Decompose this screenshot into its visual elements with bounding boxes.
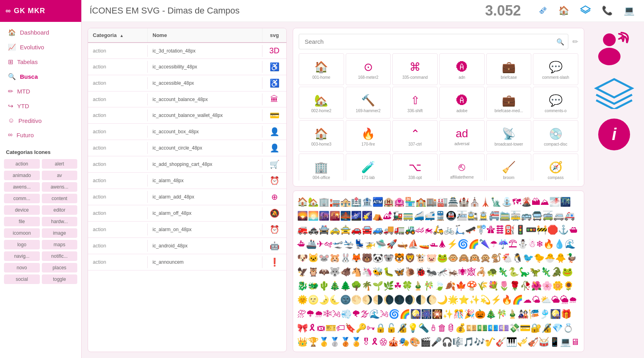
phone-icon[interactable]: 📞 (602, 6, 613, 16)
home-top-icon[interactable]: 🏠 (558, 6, 569, 16)
layers-icon[interactable] (580, 5, 591, 16)
icon-cell[interactable]: ⊙ 168-meter2 (346, 53, 391, 85)
cell-label: briefcase (501, 75, 517, 80)
laptop-icon[interactable]: 💻 (624, 6, 634, 16)
cat-av[interactable]: av (42, 171, 78, 180)
td-categoria: action (88, 109, 148, 121)
cat-file[interactable]: file (4, 217, 40, 226)
table-header: Categoria ▲ Nome svg (88, 28, 286, 43)
cat-toggle[interactable]: toggle (42, 274, 78, 284)
td-nome: ic_account_balance_48px (148, 93, 262, 105)
cell-label: 171-lab (362, 175, 375, 180)
cat-alert[interactable]: alert (42, 159, 78, 169)
sidebar-item-ytd[interactable]: ↪ YTD (0, 99, 81, 113)
cat-image[interactable]: image (42, 228, 78, 238)
sidebar-item-mtd[interactable]: ✏ MTD (0, 84, 81, 99)
icon-cell[interactable]: 🏡 002-home2 (299, 87, 344, 119)
cat-awens2[interactable]: awens... (42, 182, 78, 192)
table-row[interactable]: action ic_accessible_48px ♿ (88, 75, 286, 91)
cell-icon: 💼 (502, 60, 516, 74)
table-row[interactable]: action ic_alarm_48px ⏰ (88, 173, 286, 189)
sidebar-label-tabelas: Tabelas (17, 58, 38, 65)
icon-cell[interactable]: ⎋ affiliatetheme (439, 154, 485, 181)
cat-places[interactable]: places (42, 263, 78, 272)
cat-logo[interactable]: logo (4, 240, 40, 249)
news-icon[interactable]: 🗞 (538, 6, 547, 16)
icon-cell[interactable]: ⌥ 338-opt (392, 154, 438, 181)
table-row[interactable]: action ic_android_48px 🤖 (88, 238, 286, 254)
icon-cell[interactable]: 🅐 adn (439, 53, 485, 85)
cat-icomoon[interactable]: icomoon (4, 228, 40, 238)
content-area: Categoria ▲ Nome svg action ic_3d_rotati… (82, 22, 644, 358)
sidebar-item-dashboard[interactable]: 🏠 Dashboard (0, 25, 81, 40)
cat-editor[interactable]: editor (42, 205, 78, 215)
table-row[interactable]: action ic_3d_rotation_48px 3D (88, 43, 286, 59)
brush-icon[interactable]: ✏ (572, 37, 578, 46)
icon-cell[interactable]: 🧪 171-lab (346, 154, 391, 181)
category-grid: action alert animado av awens... awens..… (0, 158, 81, 286)
icon-cell[interactable]: 🔨 169-hammer2 (346, 87, 391, 119)
table-icon: ⊞ (8, 58, 13, 66)
icon-cell[interactable]: 💼 briefcase (486, 53, 532, 85)
cell-icon: 🔥 (361, 127, 375, 140)
th-categoria[interactable]: Categoria ▲ (88, 28, 148, 42)
cat-maps[interactable]: maps (42, 240, 78, 249)
icon-cell[interactable]: 💿 compact-disc (533, 120, 578, 152)
table-row[interactable]: action ic_account_box_48px 👤 (88, 124, 286, 140)
sidebar-label-preditivo: Preditivo (18, 117, 41, 124)
table-row[interactable]: action ic_account_balance_wallet_48px 💳 (88, 107, 286, 124)
table-row[interactable]: action ic_account_balance_48px 🏛 (88, 91, 286, 107)
icon-cell[interactable]: 💬 comment-slash (533, 53, 578, 85)
table-row[interactable]: action ic_announcem ❗ (88, 254, 286, 270)
td-nome: ic_add_shopping_cart_48px (148, 158, 262, 170)
icon-cell[interactable]: ⌘ 335-command (392, 53, 438, 85)
td-categoria: action (88, 175, 148, 187)
cat-awens1[interactable]: awens... (4, 182, 40, 192)
th-svg[interactable]: svg (262, 28, 286, 42)
cat-hardw[interactable]: hardw... (42, 217, 78, 226)
icon-cell[interactable]: 🔥 170-fire (346, 120, 391, 152)
icon-cell[interactable]: 💼 briefcase-med... (486, 87, 532, 119)
table-row[interactable]: action ic_account_circle_48px 👤 (88, 140, 286, 156)
cat-notific[interactable]: notific... (42, 251, 78, 261)
table-row[interactable]: action ic_alarm_off_48px 🔕 (88, 205, 286, 222)
icon-cell[interactable]: 🧹 broom (486, 154, 532, 181)
infinity-icon: ∞ (8, 131, 12, 138)
search-submit-icon[interactable]: 🔍 (556, 38, 564, 45)
icon-cell[interactable]: 💬 comments-o (533, 87, 578, 119)
icon-cell[interactable]: 🏠 001-home (299, 53, 344, 85)
icon-cell[interactable]: ⌃ 337-ctrl (392, 120, 438, 152)
cat-device[interactable]: device (4, 205, 40, 215)
cat-novo[interactable]: novo (4, 263, 40, 272)
td-nome: ic_accessibility_48px (148, 61, 262, 73)
icon-cell[interactable]: 🏠 003-home3 (299, 120, 344, 152)
sidebar-item-preditivo[interactable]: ☺ Preditivo (0, 113, 81, 128)
table-row[interactable]: action ic_add_shopping_cart_48px 🛒 (88, 156, 286, 173)
icon-cell[interactable]: 🅐 adobe (439, 87, 485, 119)
icon-cell[interactable]: ad adversal (439, 120, 485, 152)
cat-action[interactable]: action (4, 159, 40, 169)
th-nome[interactable]: Nome (148, 28, 262, 42)
layers-big-icon (594, 77, 634, 111)
icon-cell[interactable]: 🏢 004-office (299, 154, 344, 181)
cat-social[interactable]: social (4, 274, 40, 284)
cat-navig[interactable]: navig... (4, 251, 40, 261)
svg-marker-3 (596, 79, 632, 97)
icon-cell[interactable]: 🧭 compass (533, 154, 578, 181)
icon-cell[interactable]: 📡 broadcast-tower (486, 120, 532, 152)
table-row[interactable]: action ic_accessibility_48px ♿ (88, 59, 286, 75)
cell-label: compact-disc (544, 142, 568, 147)
td-categoria: action (88, 207, 148, 219)
cat-comm[interactable]: comm... (4, 194, 40, 203)
sidebar-item-futuro[interactable]: ∞ Futuro (0, 128, 81, 142)
sidebar-item-evolutivo[interactable]: 📈 Evolutivo (0, 40, 81, 54)
table-row[interactable]: action ic_alarm_on_48px ⏰ (88, 222, 286, 238)
cat-animado[interactable]: animado (4, 171, 40, 180)
icon-cell[interactable]: ⇧ 336-shift (392, 87, 438, 119)
sidebar-label-busca: Busca (20, 73, 38, 80)
sidebar-item-tabelas[interactable]: ⊞ Tabelas (0, 54, 81, 69)
cat-content[interactable]: content (42, 194, 78, 203)
sidebar-item-busca[interactable]: 🔍 Busca (0, 69, 81, 84)
search-input[interactable] (299, 34, 568, 49)
table-row[interactable]: action ic_alarm_add_48px ⊕ (88, 189, 286, 205)
